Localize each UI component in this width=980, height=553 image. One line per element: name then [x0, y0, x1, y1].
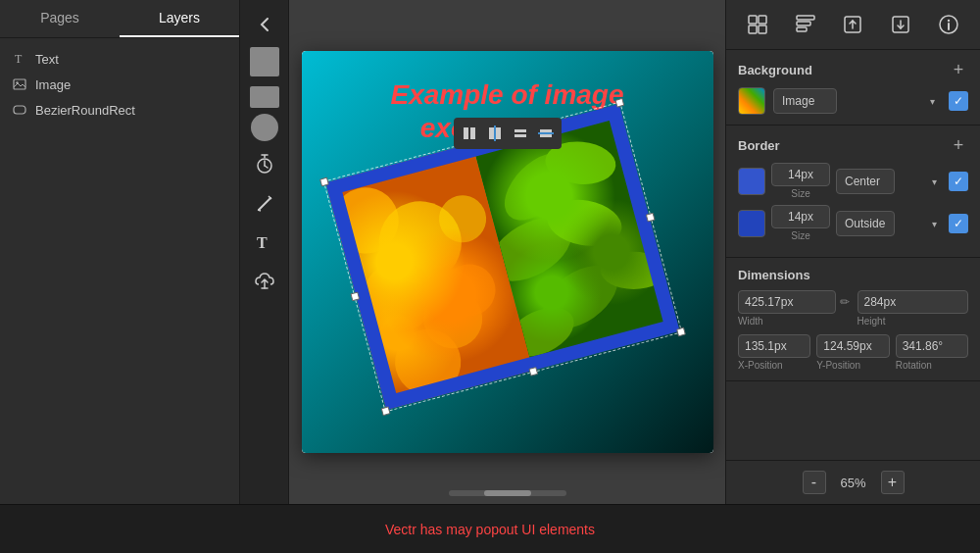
border-section: Border + Size Center Inside Outside — [726, 126, 980, 258]
svg-rect-19 — [514, 134, 526, 137]
svg-rect-39 — [749, 16, 757, 24]
pen-tool[interactable] — [248, 186, 281, 220]
border-size-input-2[interactable] — [771, 205, 830, 228]
border-size-input-1[interactable] — [771, 163, 830, 186]
canvas-scrollbar[interactable] — [449, 490, 566, 496]
border-visible-checkbox-2[interactable]: ✓ — [949, 214, 968, 233]
shape-rect-tool[interactable] — [250, 47, 279, 76]
layers-view-button[interactable] — [787, 6, 824, 43]
zoom-out-button[interactable]: - — [803, 471, 826, 494]
upload-tool[interactable] — [248, 265, 281, 298]
zoom-in-button[interactable]: + — [881, 471, 905, 494]
background-color-swatch[interactable] — [738, 87, 765, 115]
layer-item-image[interactable]: Image — [0, 72, 239, 97]
border-color-swatch-2[interactable] — [738, 210, 765, 237]
layer-label-bezier: BezierRoundRect — [35, 103, 135, 118]
svg-line-10 — [258, 210, 261, 211]
left-sidebar: Pages Layers T Text Image — [0, 0, 240, 504]
zoom-value: 65% — [834, 476, 873, 490]
layer-item-bezier[interactable]: BezierRoundRect — [0, 97, 239, 123]
width-input[interactable] — [738, 290, 836, 314]
svg-rect-40 — [759, 16, 766, 24]
svg-text:T: T — [257, 234, 268, 251]
height-row — [858, 290, 969, 314]
border-size-group-1: Size — [771, 163, 830, 199]
height-group: Height — [858, 290, 969, 327]
svg-rect-41 — [749, 25, 757, 33]
svg-rect-21 — [540, 134, 552, 137]
grid-view-button[interactable] — [739, 6, 776, 43]
timer-icon[interactable] — [248, 147, 281, 180]
zoom-bar: - 65% + — [726, 460, 980, 504]
border-position-select-2[interactable]: Outside Center Inside — [836, 211, 895, 236]
border-color-swatch-1[interactable] — [738, 168, 765, 195]
background-section-title: Background — [738, 63, 812, 77]
bezier-layer-icon — [12, 102, 27, 118]
align-btn-1[interactable] — [457, 121, 482, 146]
import-button[interactable] — [882, 6, 919, 43]
border-section-title: Border — [738, 138, 780, 153]
x-position-group: X-Position — [738, 334, 810, 371]
rotation-label: Rotation — [896, 360, 968, 371]
back-button[interactable] — [248, 8, 281, 41]
background-section-header: Background + — [738, 60, 968, 79]
align-btn-3[interactable] — [508, 121, 533, 146]
bottom-message: Vectr has may popout UI elements — [385, 522, 595, 537]
border-visible-checkbox-1[interactable]: ✓ — [949, 172, 968, 191]
bottom-bar: Vectr has may popout UI elements — [0, 504, 980, 553]
svg-rect-14 — [470, 127, 475, 139]
height-label: Height — [858, 316, 969, 327]
shape-circle-tool[interactable] — [251, 114, 278, 141]
border-row-2: Size Outside Center Inside ✓ — [738, 205, 968, 241]
svg-rect-1 — [14, 79, 25, 89]
dimensions-top-row: ✏ Width Height — [738, 290, 968, 327]
handle-ml[interactable] — [350, 291, 360, 301]
image-layer-icon — [12, 76, 27, 92]
canvas-area: Example of image exotic border — [289, 0, 725, 504]
svg-rect-42 — [759, 25, 766, 33]
y-position-label: Y-Position — [816, 360, 889, 371]
svg-rect-3 — [14, 106, 25, 114]
layer-label-text: Text — [35, 52, 59, 67]
border-position-select-1[interactable]: Center Inside Outside — [836, 169, 895, 194]
x-position-label: X-Position — [738, 360, 810, 371]
align-btn-4[interactable] — [533, 121, 559, 146]
svg-rect-18 — [514, 129, 526, 132]
tab-pages[interactable]: Pages — [0, 0, 120, 37]
width-edit-icon[interactable]: ✏ — [840, 295, 850, 309]
handle-tl[interactable] — [319, 177, 329, 187]
border-add-button[interactable]: + — [949, 135, 968, 155]
background-row: Image Color Gradient None ✓ — [738, 87, 968, 115]
align-btn-2[interactable] — [482, 121, 508, 146]
y-position-input[interactable] — [816, 334, 889, 358]
svg-rect-16 — [496, 127, 501, 139]
svg-rect-45 — [797, 27, 807, 31]
text-layer-icon: T — [12, 51, 27, 67]
layer-item-text[interactable]: T Text — [0, 46, 239, 72]
border-size-label-2: Size — [791, 230, 809, 241]
tabs-header: Pages Layers — [0, 0, 239, 38]
layers-list: T Text Image BezierRoundRect — [0, 38, 239, 504]
width-label: Width — [738, 316, 850, 327]
svg-rect-44 — [797, 22, 810, 25]
shape-rect-sm-tool[interactable] — [250, 86, 279, 108]
svg-text:T: T — [15, 52, 23, 66]
right-panel-content: Background + Image Color Gradient None ✓ — [726, 50, 980, 460]
info-button[interactable] — [930, 6, 967, 43]
background-visible-checkbox[interactable]: ✓ — [949, 91, 968, 111]
background-add-button[interactable]: + — [949, 60, 968, 79]
height-input[interactable] — [858, 290, 969, 314]
width-group: ✏ Width — [738, 290, 850, 327]
width-row: ✏ — [738, 290, 850, 314]
rotation-input[interactable] — [896, 334, 968, 358]
export-button[interactable] — [834, 6, 871, 43]
canvas-page: Example of image exotic border — [302, 51, 713, 453]
dimensions-section-header: Dimensions — [738, 268, 968, 282]
tab-layers[interactable]: Layers — [120, 0, 239, 37]
svg-rect-20 — [540, 129, 552, 132]
dimensions-section-title: Dimensions — [738, 268, 810, 282]
text-tool[interactable]: T — [248, 226, 281, 259]
x-position-input[interactable] — [738, 334, 810, 358]
border-position-wrap-1: Center Inside Outside — [836, 169, 943, 194]
background-type-select[interactable]: Image Color Gradient None — [773, 88, 837, 114]
